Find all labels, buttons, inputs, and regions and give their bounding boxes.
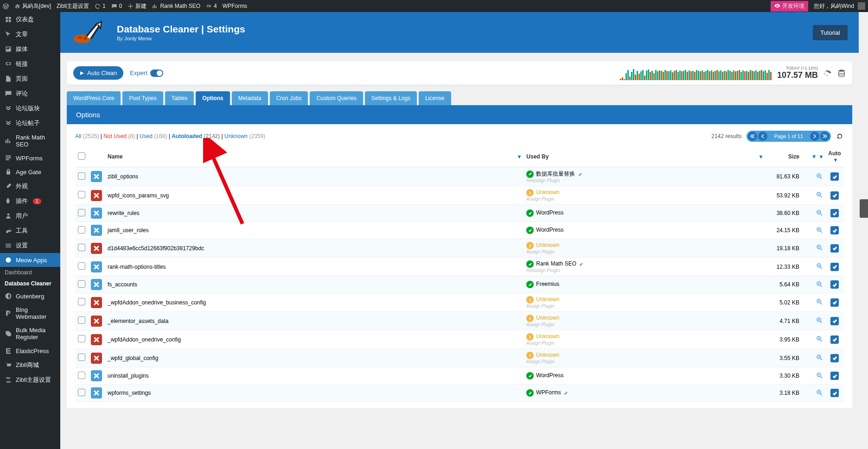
autoload-checkbox[interactable] [830,354,839,362]
wpforms-link[interactable]: WPForms [223,3,247,9]
filter-used[interactable]: Used (168) [140,133,167,139]
autoload-checkbox[interactable] [830,389,839,397]
inspect-icon[interactable] [816,372,823,379]
delete-button[interactable] [91,225,102,236]
filter-not-used[interactable]: Not Used (8) [103,133,135,139]
reload-icon[interactable] [836,132,844,140]
submenu-database-cleaner[interactable]: Database Cleaner [0,278,60,289]
sort-name-icon[interactable]: ▾ [518,153,521,160]
menu-gutenberg[interactable]: Gutenberg [0,289,60,303]
tutorial-button[interactable]: Tutorial [813,25,848,40]
delete-button[interactable] [91,387,102,398]
menu-rank-math-seo[interactable]: Rank Math SEO [0,131,60,151]
autoload-checkbox[interactable] [830,263,839,271]
delete-button[interactable] [91,297,102,308]
site-name[interactable]: 风屿岛[dev] [14,2,51,10]
tab-custom-queries[interactable]: Custom Queries [310,91,363,105]
filter-unknown[interactable]: Unknown (2359) [224,133,265,139]
tab-cron-jobs[interactable]: Cron Jobs [270,91,308,105]
filter-size-icon[interactable]: ▼ [811,153,817,160]
row-checkbox[interactable] [78,226,85,234]
menu-elasticpress[interactable]: ElasticPress [0,344,60,358]
sort-size-icon[interactable]: ▾ [820,153,823,160]
inspect-icon[interactable] [816,354,823,360]
inspect-icon[interactable] [816,389,823,396]
autoload-checkbox[interactable] [830,172,839,181]
menu-媒体[interactable]: 媒体 [0,42,60,57]
autoload-checkbox[interactable] [830,191,839,200]
delete-button[interactable] [91,316,102,327]
database-icon[interactable] [837,69,846,77]
delete-button[interactable] [91,334,102,345]
permalinks-link[interactable]: 4 [206,3,217,9]
autoload-checkbox[interactable] [830,335,839,344]
menu-页面[interactable]: 页面 [0,71,60,86]
menu-bulk-media-register[interactable]: Bulk Media Register [0,323,60,344]
inspect-icon[interactable] [816,227,823,233]
delete-button[interactable] [91,171,102,182]
tab-metadata[interactable]: Metadata [232,91,268,105]
tab-tables[interactable]: Tables [165,91,194,105]
col-auto[interactable]: Auto ▾ [825,146,844,167]
inspect-icon[interactable] [816,335,823,342]
tab-post-types[interactable]: Post Types [122,91,163,105]
new-link[interactable]: 新建 [128,2,147,10]
delete-button[interactable] [91,353,102,364]
autoload-checkbox[interactable] [830,244,839,253]
page-first[interactable] [748,132,757,141]
menu-zibll商城[interactable]: Zibll商城 [0,358,60,373]
inspect-icon[interactable] [816,317,823,323]
tab-settings-logs[interactable]: Settings & Logs [365,91,417,105]
sort-auto-icon[interactable]: ▾ [834,157,837,163]
menu-插件[interactable]: 插件1 [0,194,60,209]
dev-env-badge[interactable]: 开发环境 [771,1,808,12]
row-checkbox[interactable] [78,172,85,180]
autoload-checkbox[interactable] [830,372,839,380]
delete-button[interactable] [91,190,102,201]
inspect-icon[interactable] [816,173,823,179]
rankmath-link[interactable]: Rank Math SEO [152,3,200,9]
comments-link[interactable]: 0 [111,3,122,9]
tab-wordpress-core[interactable]: WordPress Core [67,91,121,105]
tab-options[interactable]: Options [196,91,230,105]
menu-链接[interactable]: 链接 [0,57,60,71]
menu-文章[interactable]: 文章 [0,27,60,42]
page-last[interactable] [820,132,830,141]
menu-age-gate[interactable]: Age Gate [0,165,60,179]
select-all-checkbox[interactable] [78,152,85,160]
updates-link[interactable]: 1 [95,3,106,9]
delete-button[interactable] [91,279,102,290]
inspect-icon[interactable] [816,281,823,287]
row-checkbox[interactable] [78,372,85,379]
menu-工具[interactable]: 工具 [0,223,60,238]
row-checkbox[interactable] [78,191,85,198]
delete-button[interactable] [91,370,102,381]
row-checkbox[interactable] [78,244,85,251]
page-next[interactable] [810,132,819,141]
autoload-checkbox[interactable] [830,209,839,217]
page-prev[interactable] [758,132,767,141]
expert-toggle[interactable]: Expert [130,70,163,77]
inspect-icon[interactable] [816,244,823,251]
menu-用户[interactable]: 用户 [0,209,60,223]
refresh-icon[interactable] [823,69,832,77]
row-checkbox[interactable] [78,354,85,361]
menu-meow-apps[interactable]: Meow Apps [0,253,60,267]
menu-论坛帖子[interactable]: 论坛帖子 [0,116,60,131]
row-checkbox[interactable] [78,298,85,305]
row-checkbox[interactable] [78,389,85,396]
autoload-checkbox[interactable] [830,280,839,289]
filter-autoloaded[interactable]: Autoloaded (2142) [172,133,220,139]
account-link[interactable]: 您好，风屿Wind [814,2,865,10]
zibll-settings-link[interactable]: Zibll主题设置 [57,2,89,10]
menu-设置[interactable]: 设置 [0,238,60,253]
inspect-icon[interactable] [816,263,823,269]
delete-button[interactable] [91,208,102,219]
auto-clean-button[interactable]: Auto Clean [73,66,123,80]
filter-all[interactable]: All (2535) [75,133,99,139]
col-name[interactable]: Name [105,146,514,167]
wp-logo[interactable] [3,3,9,9]
menu-外观[interactable]: 外观 [0,179,60,194]
row-checkbox[interactable] [78,280,85,288]
delete-button[interactable] [91,243,102,254]
